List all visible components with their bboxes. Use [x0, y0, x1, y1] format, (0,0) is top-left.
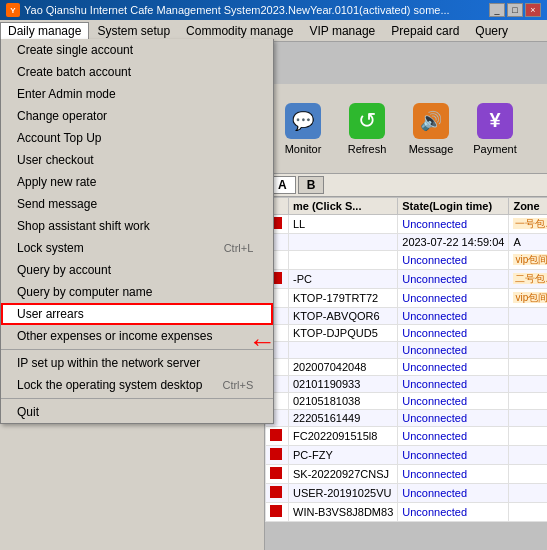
quit-item[interactable]: Quit: [1, 401, 273, 423]
table-container: me (Click S... State(Login time) Zone LL…: [265, 197, 547, 522]
status-unconnected: Unconnected: [402, 254, 467, 266]
data-table: me (Click S... State(Login time) Zone LL…: [265, 197, 547, 522]
ip-setup-item[interactable]: IP set up within the network server: [1, 352, 273, 374]
menu-divider: [1, 349, 273, 350]
cell-zone: [509, 376, 547, 393]
other-expenses-item[interactable]: Other expenses or income expenses: [1, 325, 273, 347]
status-unconnected: Unconnected: [402, 487, 467, 499]
cell-zone: 二号包...: [509, 270, 547, 289]
cell-zone: [509, 446, 547, 465]
apply-new-rate-item[interactable]: Apply new rate: [1, 171, 273, 193]
change-operator-item[interactable]: Change operator: [1, 105, 273, 127]
account-topup-item[interactable]: Account Top Up: [1, 127, 273, 149]
cell-name: USER-20191025VU: [289, 484, 398, 503]
create-batch-account-item[interactable]: Create batch account: [1, 61, 273, 83]
status-unconnected: Unconnected: [402, 310, 467, 322]
lock-system-item[interactable]: Lock system Ctrl+L: [1, 237, 273, 259]
row-indicator-icon: [270, 429, 282, 441]
minimize-button[interactable]: _: [489, 3, 505, 17]
prepaid-card-menu-item[interactable]: Prepaid card: [383, 22, 467, 40]
title-bar-buttons: _ □ ×: [489, 3, 541, 17]
enter-admin-mode-item[interactable]: Enter Admin mode: [1, 83, 273, 105]
col-name: me (Click S...: [289, 198, 398, 215]
table-row[interactable]: PC-FZYUnconnected: [266, 446, 548, 465]
table-row[interactable]: KTOP-ABVQOR6Unconnected: [266, 308, 548, 325]
toolbar: 💬 Monitor ↺ Refresh 🔊 Message ¥ Payment: [265, 84, 547, 174]
table-row[interactable]: LLUnconnected一号包...: [266, 215, 548, 234]
menu-bar: Daily manage Create single account Creat…: [0, 20, 547, 42]
send-message-item[interactable]: Send message: [1, 193, 273, 215]
table-row[interactable]: Unconnectedvip包间: [266, 251, 548, 270]
table-row[interactable]: FC2022091515l8Unconnected: [266, 427, 548, 446]
table-row[interactable]: 02101190933Unconnected: [266, 376, 548, 393]
app-icon: Y: [6, 3, 20, 17]
table-row[interactable]: KTOP-179TRT72Unconnectedvip包间: [266, 289, 548, 308]
col-state: State(Login time): [398, 198, 509, 215]
cell-zone: [509, 465, 547, 484]
zone-badge: vip包间: [513, 254, 547, 265]
message-button[interactable]: 🔊 Message: [401, 89, 461, 169]
payment-button[interactable]: ¥ Payment: [465, 89, 525, 169]
user-checkout-item[interactable]: User checkout: [1, 149, 273, 171]
daily-manage-dropdown: Create single account Create batch accou…: [0, 39, 274, 424]
status-unconnected: Unconnected: [402, 449, 467, 461]
system-setup-menu-item[interactable]: System setup: [89, 22, 178, 40]
daily-manage-menu[interactable]: Daily manage Create single account Creat…: [0, 22, 89, 39]
cell-zone: [509, 325, 547, 342]
vip-manage-menu-item[interactable]: VIP manage: [301, 22, 383, 40]
table-row[interactable]: USER-20191025VUUnconnected: [266, 484, 548, 503]
cell-zone: [509, 503, 547, 522]
cell-zone: vip包间: [509, 289, 547, 308]
table-row[interactable]: -PCUnconnected二号包...: [266, 270, 548, 289]
table-row[interactable]: KTOP-DJPQUD5Unconnected: [266, 325, 548, 342]
cell-name: KTOP-ABVQOR6: [289, 308, 398, 325]
lock-desktop-item[interactable]: Lock the operating system desktop Ctrl+S: [1, 374, 273, 396]
query-account-item[interactable]: Query by account: [1, 259, 273, 281]
cell-zone: [509, 308, 547, 325]
zone-badge: 二号包...: [513, 273, 547, 284]
daily-manage-menu-item[interactable]: Daily manage: [0, 22, 89, 39]
row-indicator-icon: [270, 467, 282, 479]
table-row[interactable]: Unconnected: [266, 342, 548, 359]
query-menu-item[interactable]: Query: [467, 22, 516, 40]
cell-name: WIN-B3VS8J8DM83: [289, 503, 398, 522]
status-unconnected: Unconnected: [402, 468, 467, 480]
cell-name: KTOP-179TRT72: [289, 289, 398, 308]
monitor-button[interactable]: 💬 Monitor: [273, 89, 333, 169]
message-label: Message: [409, 143, 454, 155]
monitor-icon: 💬: [285, 103, 321, 139]
status-unconnected: Unconnected: [402, 361, 467, 373]
refresh-button[interactable]: ↺ Refresh: [337, 89, 397, 169]
shop-assistant-item[interactable]: Shop assistant shift work: [1, 215, 273, 237]
cell-zone: [509, 410, 547, 427]
status-unconnected: Unconnected: [402, 506, 467, 518]
close-button[interactable]: ×: [525, 3, 541, 17]
cell-name: 02101190933: [289, 376, 398, 393]
refresh-icon: ↺: [349, 103, 385, 139]
table-row[interactable]: WIN-B3VS8J8DM83Unconnected: [266, 503, 548, 522]
tab-b[interactable]: B: [298, 176, 325, 194]
monitor-label: Monitor: [285, 143, 322, 155]
table-row[interactable]: SK-20220927CNSJUnconnected: [266, 465, 548, 484]
commodity-manage-menu-item[interactable]: Commodity manage: [178, 22, 301, 40]
query-computer-item[interactable]: Query by computer name: [1, 281, 273, 303]
cell-name: 22205161449: [289, 410, 398, 427]
row-indicator-icon: [270, 505, 282, 517]
status-unconnected: Unconnected: [402, 395, 467, 407]
status-unconnected: Unconnected: [402, 327, 467, 339]
maximize-button[interactable]: □: [507, 3, 523, 17]
menu-divider-2: [1, 398, 273, 399]
title-bar: Y Yao Qianshu Internet Cafe Management S…: [0, 0, 547, 20]
table-row[interactable]: 2023-07-22 14:59:04A: [266, 234, 548, 251]
cell-name: SK-20220927CNSJ: [289, 465, 398, 484]
refresh-label: Refresh: [348, 143, 387, 155]
message-icon: 🔊: [413, 103, 449, 139]
table-row[interactable]: 202007042048Unconnected: [266, 359, 548, 376]
create-single-account-item[interactable]: Create single account: [1, 39, 273, 61]
status-unconnected: Unconnected: [402, 218, 467, 230]
col-zone: Zone: [509, 198, 547, 215]
user-arrears-item[interactable]: User arrears: [1, 303, 273, 325]
table-row[interactable]: 02105181038Unconnected: [266, 393, 548, 410]
zone-badge: 一号包...: [513, 218, 547, 229]
table-row[interactable]: 22205161449Unconnected: [266, 410, 548, 427]
